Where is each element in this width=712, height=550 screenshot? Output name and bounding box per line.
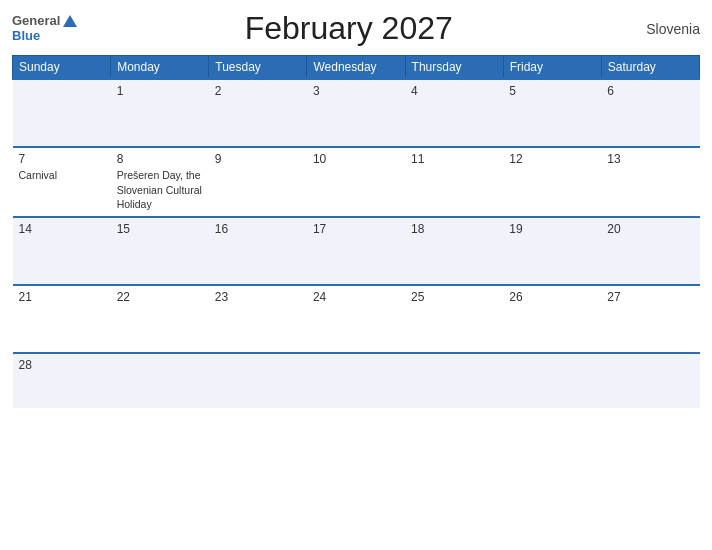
weekday-header-saturday: Saturday bbox=[601, 56, 699, 80]
day-number: 5 bbox=[509, 84, 595, 98]
logo-general-text: General bbox=[12, 14, 60, 28]
day-number: 2 bbox=[215, 84, 301, 98]
day-number: 1 bbox=[117, 84, 203, 98]
calendar-cell: 24 bbox=[307, 285, 405, 353]
day-number: 11 bbox=[411, 152, 497, 166]
calendar-week-row: 28 bbox=[13, 353, 700, 408]
calendar-cell: 1 bbox=[111, 79, 209, 147]
calendar-cell: 7Carnival bbox=[13, 147, 111, 217]
weekday-header-row: SundayMondayTuesdayWednesdayThursdayFrid… bbox=[13, 56, 700, 80]
weekday-header-wednesday: Wednesday bbox=[307, 56, 405, 80]
calendar-cell: 28 bbox=[13, 353, 111, 408]
day-number: 19 bbox=[509, 222, 595, 236]
header: General Blue February 2027 Slovenia bbox=[12, 10, 700, 47]
day-number: 28 bbox=[19, 358, 105, 372]
day-number: 10 bbox=[313, 152, 399, 166]
day-number: 9 bbox=[215, 152, 301, 166]
day-number: 18 bbox=[411, 222, 497, 236]
event-text: Prešeren Day, the Slovenian Cultural Hol… bbox=[117, 169, 202, 210]
calendar-cell: 15 bbox=[111, 217, 209, 285]
calendar-cell bbox=[503, 353, 601, 408]
calendar-cell: 18 bbox=[405, 217, 503, 285]
day-number: 24 bbox=[313, 290, 399, 304]
calendar-cell: 19 bbox=[503, 217, 601, 285]
weekday-header-tuesday: Tuesday bbox=[209, 56, 307, 80]
day-number: 27 bbox=[607, 290, 693, 304]
calendar-cell: 13 bbox=[601, 147, 699, 217]
calendar-cell: 11 bbox=[405, 147, 503, 217]
day-number: 16 bbox=[215, 222, 301, 236]
calendar-cell: 12 bbox=[503, 147, 601, 217]
day-number: 15 bbox=[117, 222, 203, 236]
weekday-header-friday: Friday bbox=[503, 56, 601, 80]
calendar-container: General Blue February 2027 Slovenia Sund… bbox=[0, 0, 712, 550]
calendar-header: SundayMondayTuesdayWednesdayThursdayFrid… bbox=[13, 56, 700, 80]
day-number: 23 bbox=[215, 290, 301, 304]
calendar-cell: 22 bbox=[111, 285, 209, 353]
day-number: 3 bbox=[313, 84, 399, 98]
day-number: 20 bbox=[607, 222, 693, 236]
day-number: 8 bbox=[117, 152, 203, 166]
event-text: Carnival bbox=[19, 169, 58, 181]
calendar-cell bbox=[601, 353, 699, 408]
calendar-cell bbox=[405, 353, 503, 408]
calendar-week-row: 21222324252627 bbox=[13, 285, 700, 353]
calendar-cell: 8Prešeren Day, the Slovenian Cultural Ho… bbox=[111, 147, 209, 217]
weekday-header-thursday: Thursday bbox=[405, 56, 503, 80]
day-number: 22 bbox=[117, 290, 203, 304]
day-number: 4 bbox=[411, 84, 497, 98]
day-number: 26 bbox=[509, 290, 595, 304]
calendar-cell: 3 bbox=[307, 79, 405, 147]
calendar-cell: 9 bbox=[209, 147, 307, 217]
day-number: 7 bbox=[19, 152, 105, 166]
calendar-week-row: 7Carnival8Prešeren Day, the Slovenian Cu… bbox=[13, 147, 700, 217]
calendar-cell: 2 bbox=[209, 79, 307, 147]
country-label: Slovenia bbox=[620, 21, 700, 37]
calendar-week-row: 14151617181920 bbox=[13, 217, 700, 285]
calendar-cell: 23 bbox=[209, 285, 307, 353]
calendar-cell bbox=[13, 79, 111, 147]
day-number: 25 bbox=[411, 290, 497, 304]
logo-triangle-icon bbox=[63, 15, 77, 27]
day-number: 13 bbox=[607, 152, 693, 166]
calendar-cell: 10 bbox=[307, 147, 405, 217]
calendar-cell: 5 bbox=[503, 79, 601, 147]
calendar-cell: 21 bbox=[13, 285, 111, 353]
calendar-cell: 25 bbox=[405, 285, 503, 353]
calendar-cell: 20 bbox=[601, 217, 699, 285]
day-number: 14 bbox=[19, 222, 105, 236]
weekday-header-monday: Monday bbox=[111, 56, 209, 80]
day-number: 17 bbox=[313, 222, 399, 236]
day-number: 21 bbox=[19, 290, 105, 304]
calendar-cell: 16 bbox=[209, 217, 307, 285]
calendar-cell bbox=[209, 353, 307, 408]
calendar-week-row: 123456 bbox=[13, 79, 700, 147]
calendar-cell: 27 bbox=[601, 285, 699, 353]
calendar-body: 1234567Carnival8Prešeren Day, the Sloven… bbox=[13, 79, 700, 408]
calendar-cell bbox=[111, 353, 209, 408]
logo: General Blue bbox=[12, 14, 77, 43]
logo-blue-text: Blue bbox=[12, 29, 40, 43]
calendar-cell: 4 bbox=[405, 79, 503, 147]
calendar-cell: 26 bbox=[503, 285, 601, 353]
calendar-cell: 14 bbox=[13, 217, 111, 285]
calendar-title: February 2027 bbox=[245, 10, 453, 47]
calendar-cell: 6 bbox=[601, 79, 699, 147]
day-number: 6 bbox=[607, 84, 693, 98]
calendar-cell bbox=[307, 353, 405, 408]
weekday-header-sunday: Sunday bbox=[13, 56, 111, 80]
calendar-cell: 17 bbox=[307, 217, 405, 285]
day-number: 12 bbox=[509, 152, 595, 166]
calendar-table: SundayMondayTuesdayWednesdayThursdayFrid… bbox=[12, 55, 700, 408]
